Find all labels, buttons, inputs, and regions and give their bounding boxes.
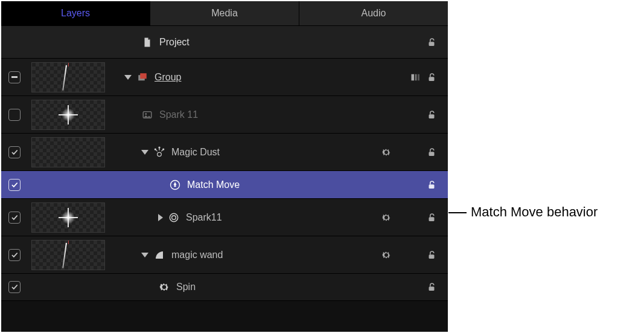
visibility-checkbox-mixed[interactable] <box>8 71 21 83</box>
visibility-checkbox-on[interactable] <box>8 249 21 261</box>
tab-layers[interactable]: Layers <box>1 1 150 25</box>
lock-icon[interactable] <box>426 37 437 48</box>
shape-icon <box>153 249 165 261</box>
svg-point-12 <box>159 147 160 148</box>
svg-point-18 <box>170 213 177 221</box>
behavior-gear-icon <box>169 179 181 191</box>
right-cell <box>404 147 448 158</box>
behavior-indicator[interactable] <box>368 250 404 260</box>
match-move-label[interactable]: Match Move <box>187 179 240 190</box>
project-content: Project <box>112 36 368 48</box>
row-spin[interactable]: Spin <box>1 273 448 301</box>
spin-label[interactable]: Spin <box>176 282 196 293</box>
disclosure-triangle[interactable] <box>141 150 148 155</box>
behavior-indicator[interactable] <box>368 147 404 158</box>
svg-point-11 <box>155 149 156 150</box>
svg-point-13 <box>163 149 164 150</box>
visibility-checkbox-on[interactable] <box>8 146 21 158</box>
svg-point-19 <box>172 215 176 219</box>
group-icon <box>136 71 148 83</box>
right-cell <box>404 282 448 293</box>
right-cell <box>404 250 448 260</box>
lock-icon[interactable] <box>426 179 437 190</box>
behavior-indicator[interactable] <box>368 212 404 223</box>
right-cell <box>404 37 448 48</box>
row-group[interactable]: Group <box>1 58 448 95</box>
image-icon <box>141 109 153 121</box>
svg-rect-3 <box>412 74 415 80</box>
spark11b-content: Spark11 <box>112 212 368 224</box>
svg-rect-5 <box>418 74 419 80</box>
behavior-gear-icon <box>158 281 170 293</box>
svg-rect-9 <box>429 114 435 118</box>
spin-content: Spin <box>112 281 368 293</box>
visibility-checkbox-off[interactable] <box>8 109 21 121</box>
spark11-label[interactable]: Spark 11 <box>159 109 198 120</box>
thumbnail-spark11[interactable] <box>31 100 105 130</box>
row-project[interactable]: Project <box>1 25 448 58</box>
visibility-checkbox-on[interactable] <box>8 281 21 293</box>
svg-rect-20 <box>429 217 435 221</box>
list-tabs: Layers Media Audio <box>1 1 448 25</box>
layers-panel: Layers Media Audio Project <box>1 1 448 332</box>
svg-rect-21 <box>429 254 435 259</box>
thumbnail-magic-dust[interactable] <box>31 137 105 167</box>
emitter-icon <box>153 146 165 158</box>
lock-icon[interactable] <box>426 72 437 83</box>
group-content: Group <box>112 71 368 83</box>
right-cell <box>404 72 448 83</box>
lock-icon[interactable] <box>426 109 437 120</box>
callout-line <box>448 212 467 213</box>
thumbnail-spark11b[interactable] <box>31 202 105 233</box>
svg-rect-0 <box>429 42 435 46</box>
thumbnail-group[interactable] <box>31 62 105 92</box>
disclosure-triangle[interactable] <box>158 214 163 221</box>
row-magic-dust[interactable]: Magic Dust <box>1 133 448 170</box>
row-match-move[interactable]: Match Move <box>1 170 448 198</box>
magic-wand-label[interactable]: magic wand <box>171 250 223 260</box>
lock-icon[interactable] <box>426 212 437 223</box>
svg-rect-17 <box>429 184 435 189</box>
svg-rect-2 <box>140 73 147 79</box>
right-cell <box>404 109 448 120</box>
magic-dust-label[interactable]: Magic Dust <box>171 147 220 158</box>
svg-point-8 <box>145 113 147 115</box>
row-magic-wand[interactable]: magic wand <box>1 236 448 273</box>
tab-audio[interactable]: Audio <box>299 1 448 25</box>
group-label[interactable]: Group <box>155 72 181 83</box>
svg-rect-6 <box>429 77 435 81</box>
project-label: Project <box>159 37 190 48</box>
lock-icon[interactable] <box>426 282 437 293</box>
lock-icon[interactable] <box>426 250 437 260</box>
right-cell <box>404 212 448 223</box>
spark11-content: Spark 11 <box>112 109 368 121</box>
row-spark11[interactable]: Spark11 <box>1 198 448 236</box>
disclosure-triangle[interactable] <box>124 75 132 80</box>
tab-media[interactable]: Media <box>150 1 299 25</box>
callout-label: Match Move behavior <box>471 204 598 220</box>
svg-rect-14 <box>429 152 435 156</box>
stack-icon[interactable] <box>410 72 421 83</box>
svg-rect-4 <box>415 74 417 80</box>
svg-point-16 <box>174 185 176 187</box>
spark11b-label[interactable]: Spark11 <box>186 212 222 223</box>
right-cell <box>404 179 448 190</box>
thumbnail-magic-wand[interactable] <box>31 240 105 270</box>
document-icon <box>141 36 153 48</box>
magic-dust-content: Magic Dust <box>112 146 368 158</box>
disclosure-triangle[interactable] <box>141 253 148 257</box>
lock-icon[interactable] <box>426 147 437 158</box>
match-move-content: Match Move <box>112 179 368 191</box>
visibility-checkbox-on[interactable] <box>8 179 21 191</box>
svg-point-10 <box>158 152 162 157</box>
svg-rect-22 <box>429 286 435 291</box>
visibility-checkbox-on[interactable] <box>8 212 21 224</box>
row-spark11-disabled[interactable]: Spark 11 <box>1 95 448 133</box>
particle-cell-icon <box>168 212 180 224</box>
magic-wand-content: magic wand <box>112 249 368 261</box>
